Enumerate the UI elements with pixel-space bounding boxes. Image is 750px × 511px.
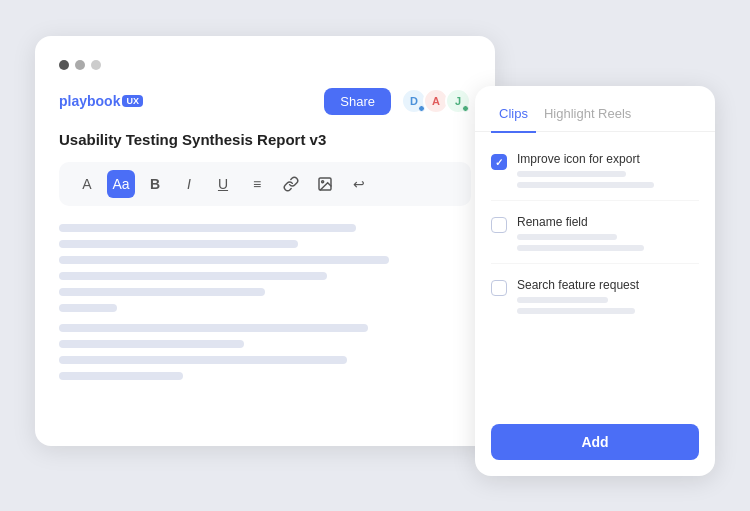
list-item: Rename field xyxy=(491,203,699,264)
text-line xyxy=(59,324,368,332)
avatar-group: D A J xyxy=(401,88,471,114)
bold-icon[interactable]: B xyxy=(141,170,169,198)
panel-footer: Add xyxy=(475,412,715,476)
dot-close xyxy=(59,60,69,70)
checkbox-search-feature[interactable] xyxy=(491,280,507,296)
page-title: Usability Testing Synthesis Report v3 xyxy=(59,131,471,148)
item-line xyxy=(517,297,608,303)
tab-highlight-reels[interactable]: Highlight Reels xyxy=(536,100,639,133)
clips-panel: Clips Highlight Reels Improve icon for e… xyxy=(475,86,715,476)
font-icon[interactable]: A xyxy=(73,170,101,198)
logo-text: playbook xyxy=(59,93,120,109)
item-search-feature-title: Search feature request xyxy=(517,278,699,292)
item-line xyxy=(517,182,654,188)
document-content xyxy=(59,224,471,380)
item-line xyxy=(517,171,626,177)
add-button[interactable]: Add xyxy=(491,424,699,460)
text-line xyxy=(59,304,117,312)
toolbar: A Aa B I U ≡ ↩ xyxy=(59,162,471,206)
svg-point-1 xyxy=(322,180,324,182)
link-icon[interactable] xyxy=(277,170,305,198)
italic-icon[interactable]: I xyxy=(175,170,203,198)
undo-icon[interactable]: ↩ xyxy=(345,170,373,198)
share-button[interactable]: Share xyxy=(324,88,391,115)
checkbox-rename-field[interactable] xyxy=(491,217,507,233)
dot-maximize xyxy=(91,60,101,70)
text-line xyxy=(59,224,356,232)
item-rename-field-title: Rename field xyxy=(517,215,699,229)
clips-list: Improve icon for export Rename field Sea xyxy=(475,132,715,412)
image-icon[interactable] xyxy=(311,170,339,198)
list-item: Search feature request xyxy=(491,266,699,326)
underline-icon[interactable]: U xyxy=(209,170,237,198)
item-line xyxy=(517,308,635,314)
editor-card: playbook UX Share D A J xyxy=(35,36,495,446)
avatar-j-status xyxy=(462,105,469,112)
item-line xyxy=(517,245,644,251)
align-icon[interactable]: ≡ xyxy=(243,170,271,198)
item-improve-icon-content: Improve icon for export xyxy=(517,152,699,188)
text-line xyxy=(59,356,347,364)
dot-minimize xyxy=(75,60,85,70)
item-improve-icon-title: Improve icon for export xyxy=(517,152,699,166)
text-line xyxy=(59,240,298,248)
tab-clips[interactable]: Clips xyxy=(491,100,536,133)
checkbox-improve-icon[interactable] xyxy=(491,154,507,170)
panel-tab-group: Clips Highlight Reels xyxy=(475,86,715,133)
item-rename-field-content: Rename field xyxy=(517,215,699,251)
logo: playbook UX xyxy=(59,93,143,109)
text-line xyxy=(59,256,389,264)
font-size-icon[interactable]: Aa xyxy=(107,170,135,198)
text-line xyxy=(59,372,183,380)
text-line xyxy=(59,340,244,348)
item-line xyxy=(517,234,617,240)
text-line xyxy=(59,272,327,280)
text-line xyxy=(59,288,265,296)
logo-badge: UX xyxy=(122,95,143,107)
window-controls xyxy=(59,60,471,70)
list-item: Improve icon for export xyxy=(491,140,699,201)
avatar-j: J xyxy=(445,88,471,114)
item-search-feature-content: Search feature request xyxy=(517,278,699,314)
